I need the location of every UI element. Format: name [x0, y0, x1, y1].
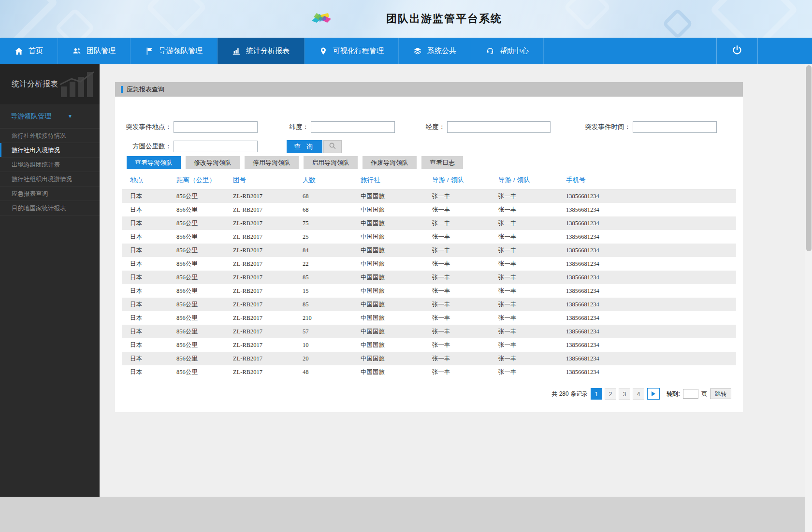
sidebar-item[interactable]: 目的地国家统计报表	[0, 201, 100, 216]
nav-item-guide-leader-management[interactable]: 导游领队管理	[130, 38, 218, 64]
table-cell: ZL-RB2017	[225, 260, 294, 268]
table-cell: 中国国旅	[352, 192, 424, 201]
table-cell: ZL-RB2017	[225, 233, 294, 241]
chevron-down-icon: ▼	[68, 114, 72, 119]
page-button[interactable]: 2	[605, 388, 616, 400]
nav-item-label: 统计分析报表	[246, 46, 290, 56]
nav-item-label: 可视化行程管理	[333, 46, 384, 56]
table-row: 日本856公里ZL-RB201715中国国旅张一丰张一丰13856681234	[122, 284, 736, 298]
vertical-scrollbar[interactable]	[805, 64, 812, 532]
table-row: 日本856公里ZL-RB201768中国国旅张一丰张一丰13856681234	[122, 203, 736, 216]
search-icon-button[interactable]	[323, 140, 342, 153]
incident-location-input[interactable]	[174, 121, 258, 133]
table-cell: 75	[294, 220, 352, 227]
column-header: 人数	[294, 176, 352, 185]
table-cell: 张一丰	[490, 192, 558, 201]
tab-item[interactable]: 查看导游领队	[127, 156, 181, 169]
table-cell: 张一丰	[490, 246, 558, 255]
sidebar-item[interactable]: 旅行社外联接待情况	[0, 129, 100, 143]
table-cell: 13856681234	[558, 288, 736, 295]
page-button[interactable]: 1	[591, 388, 602, 400]
app-logo-icon	[310, 10, 333, 28]
latitude-input[interactable]	[311, 121, 395, 133]
table-cell: 13856681234	[558, 206, 736, 214]
nav-item-home[interactable]: 首页	[0, 38, 58, 64]
table-cell: 中国国旅	[352, 314, 424, 322]
goto-page-input[interactable]	[683, 389, 698, 399]
table-cell: 张一丰	[424, 260, 490, 268]
table-cell: 张一丰	[424, 355, 490, 363]
nav-item-visual-itinerary-management[interactable]: 可视化行程管理	[304, 38, 399, 64]
table-row: 日本856公里ZL-RB201725中国国旅张一丰张一丰13856681234	[122, 230, 736, 244]
table-cell: ZL-RB2017	[225, 301, 294, 308]
table-cell: 张一丰	[424, 314, 490, 322]
column-header: 导游 / 领队	[490, 176, 558, 185]
table-cell: 日本	[122, 246, 168, 255]
jump-button[interactable]: 跳转	[710, 388, 731, 399]
tab-item[interactable]: 作废导游领队	[362, 156, 417, 169]
panel-title-bar: 应急报表查询	[115, 82, 743, 97]
table-cell: 中国国旅	[352, 368, 424, 376]
table-cell: 13856681234	[558, 355, 736, 362]
table-cell: 日本	[122, 233, 168, 241]
nav-item-help-center[interactable]: 帮助中心	[471, 38, 544, 64]
table-cell: 68	[294, 193, 352, 200]
table-cell: 张一丰	[424, 287, 490, 295]
column-header: 地点	[122, 176, 168, 185]
table-cell: 13856681234	[558, 301, 736, 308]
nav-item-team-management[interactable]: 团队管理	[58, 38, 130, 64]
table-row: 日本856公里ZL-RB201785中国国旅张一丰张一丰13856681234	[122, 298, 736, 311]
title-accent-bar	[121, 86, 123, 93]
table-cell: 中国国旅	[352, 233, 424, 241]
nav-item-system-public[interactable]: 系统公共	[399, 38, 471, 64]
table-cell: 10	[294, 342, 352, 349]
nav-item-statistics-reports[interactable]: 统计分析报表	[218, 38, 304, 64]
table-cell: 856公里	[168, 341, 225, 349]
table-cell: 20	[294, 355, 352, 362]
column-header: 距离（公里）	[168, 176, 225, 185]
table-cell: 张一丰	[424, 206, 490, 214]
tab-item[interactable]: 修改导游领队	[186, 156, 240, 169]
nav-item-label: 系统公共	[427, 46, 456, 56]
query-button[interactable]: 查 询	[287, 140, 322, 153]
table-cell: 张一丰	[490, 287, 558, 295]
table-cell: 15	[294, 288, 352, 295]
table-cell: 张一丰	[424, 341, 490, 349]
table-cell: 张一丰	[424, 273, 490, 282]
logout-power-button[interactable]	[716, 38, 758, 64]
longitude-input[interactable]	[447, 121, 551, 133]
sidebar-group-label: 导游领队管理	[11, 112, 51, 121]
table-cell: 13856681234	[558, 233, 736, 241]
sidebar-section-header: 统计分析报表	[0, 64, 100, 104]
table-cell: 85	[294, 274, 352, 281]
table-cell: 张一丰	[490, 328, 558, 336]
page-button[interactable]: 4	[633, 388, 644, 400]
sidebar-item[interactable]: 旅行社出入境情况	[0, 143, 100, 158]
table-cell: 日本	[122, 273, 168, 282]
power-icon	[731, 44, 743, 58]
sidebar-item[interactable]: 应急报表查询	[0, 187, 100, 201]
table-cell: 张一丰	[490, 301, 558, 309]
tab-item[interactable]: 启用导游领队	[304, 156, 358, 169]
tab-item[interactable]: 停用导游领队	[245, 156, 299, 169]
page-button[interactable]: 3	[619, 388, 630, 400]
table-cell: 22	[294, 260, 352, 268]
sidebar-item[interactable]: 旅行社组织出境游情况	[0, 172, 100, 187]
next-page-button[interactable]	[647, 388, 660, 400]
incident-time-input[interactable]	[633, 121, 717, 133]
nav-item-label: 导游领队管理	[159, 46, 203, 56]
table-cell: 13856681234	[558, 369, 736, 376]
scrollbar-thumb[interactable]	[806, 65, 812, 251]
content-panel: 应急报表查询 突发事件地点： 纬度： 经度： 突发事件时间： 方圆公里数： 查 …	[115, 82, 743, 412]
table-cell: 856公里	[168, 206, 225, 214]
tab-item[interactable]: 查看日志	[421, 156, 463, 169]
sidebar-group-guide-leader-management[interactable]: 导游领队管理 ▼	[0, 104, 100, 129]
sidebar-item[interactable]: 出境游组团统计表	[0, 158, 100, 172]
table-cell: 856公里	[168, 192, 225, 201]
radius-km-input[interactable]	[174, 141, 258, 152]
table-cell: ZL-RB2017	[225, 369, 294, 376]
table-cell: 中国国旅	[352, 206, 424, 214]
table-cell: 中国国旅	[352, 301, 424, 309]
panel-title: 应急报表查询	[127, 85, 164, 94]
table-cell: 57	[294, 328, 352, 335]
